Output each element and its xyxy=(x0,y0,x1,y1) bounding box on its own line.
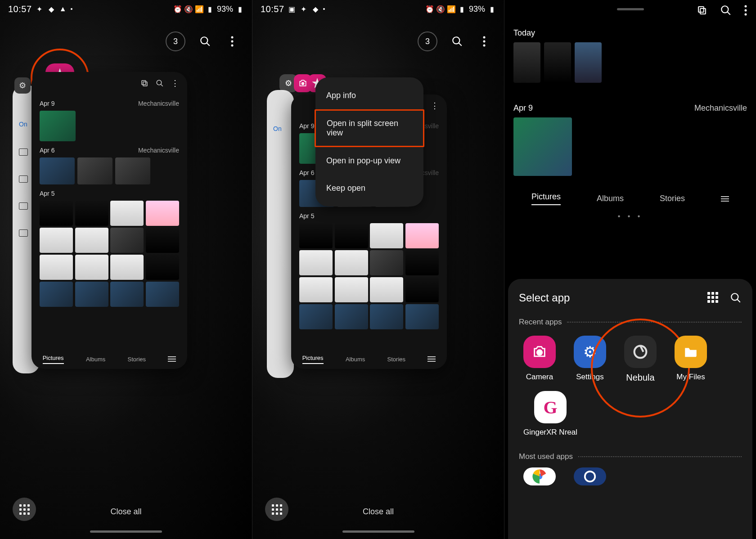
photo-thumb[interactable] xyxy=(115,157,150,184)
apps-grid-icon[interactable] xyxy=(707,292,718,304)
photo-thumb[interactable] xyxy=(335,277,368,302)
photo-thumb[interactable] xyxy=(146,201,179,226)
gesture-bar[interactable] xyxy=(342,530,414,533)
photo-thumb[interactable] xyxy=(513,42,540,83)
app-nebula[interactable]: Nebula xyxy=(624,336,657,383)
tab-stories[interactable]: Stories xyxy=(660,194,685,203)
photo-thumb[interactable] xyxy=(335,304,368,329)
photo-thumb[interactable] xyxy=(299,277,333,302)
search-icon[interactable] xyxy=(450,34,464,49)
split-divider[interactable]: • • • xyxy=(513,212,747,220)
tab-pictures[interactable]: Pictures xyxy=(302,355,324,364)
photo-thumb[interactable] xyxy=(75,282,108,307)
app-chrome[interactable] xyxy=(523,467,556,485)
app-gingerxr[interactable]: G GingerXR Nreal xyxy=(523,391,577,437)
background-card-settings[interactable]: On xyxy=(267,90,294,378)
svg-point-22 xyxy=(731,293,738,300)
svg-point-3 xyxy=(231,40,234,43)
svg-line-8 xyxy=(161,84,163,86)
photo-thumb[interactable] xyxy=(370,304,403,329)
tab-albums[interactable]: Albums xyxy=(346,356,365,363)
menu-open-popup[interactable]: Open in pop-up view xyxy=(315,147,423,175)
photo-thumb[interactable] xyxy=(299,304,333,329)
menu-icon[interactable] xyxy=(721,196,729,202)
svg-point-0 xyxy=(201,37,207,44)
tab-stories[interactable]: Stories xyxy=(387,356,405,363)
photo-thumb[interactable] xyxy=(40,255,73,280)
photo-thumb[interactable] xyxy=(75,201,108,226)
photo-thumb[interactable] xyxy=(575,42,602,83)
chrome-icon xyxy=(523,467,556,485)
photo-thumb[interactable] xyxy=(40,282,73,307)
stacked-windows-icon[interactable] xyxy=(697,5,707,16)
camera-icon xyxy=(523,336,556,368)
photo-thumb[interactable] xyxy=(77,157,112,184)
gesture-bar[interactable] xyxy=(90,530,162,533)
photo-thumb[interactable] xyxy=(40,157,75,184)
gear-icon: ⚙ xyxy=(574,336,606,368)
search-icon[interactable] xyxy=(720,4,732,16)
tab-pictures[interactable]: Pictures xyxy=(531,192,561,205)
menu-icon[interactable] xyxy=(428,356,436,362)
photo-thumb[interactable] xyxy=(146,255,179,280)
menu-keep-open[interactable]: Keep open xyxy=(315,175,423,202)
photo-thumb[interactable] xyxy=(405,250,439,275)
gallery-top-panel: Today Apr 9 Mechanicsville Pictures Albu… xyxy=(504,25,756,222)
search-icon[interactable] xyxy=(156,79,164,87)
photo-thumb[interactable] xyxy=(110,228,144,253)
app-settings[interactable]: ⚙ Settings xyxy=(574,336,606,383)
open-apps-count[interactable]: 3 xyxy=(418,31,437,51)
photo-thumb[interactable] xyxy=(40,228,73,253)
photo-thumb[interactable] xyxy=(335,250,368,275)
photo-thumb[interactable] xyxy=(146,228,179,253)
open-apps-count[interactable]: 3 xyxy=(166,31,185,51)
app-unknown[interactable] xyxy=(574,467,606,485)
photo-thumb[interactable] xyxy=(75,228,108,253)
tab-albums[interactable]: Albums xyxy=(597,194,624,203)
app-myfiles[interactable]: My Files xyxy=(675,336,707,383)
more-icon[interactable]: ⋮ xyxy=(171,78,179,88)
photo-thumb[interactable] xyxy=(405,304,439,329)
photo-thumb[interactable] xyxy=(405,277,439,302)
photo-thumb[interactable] xyxy=(513,117,572,176)
tab-pictures[interactable]: Pictures xyxy=(43,355,64,364)
photo-thumb[interactable] xyxy=(146,282,179,307)
section-date: Apr 6 xyxy=(40,147,54,154)
photo-thumb[interactable] xyxy=(370,250,403,275)
photo-thumb[interactable] xyxy=(405,223,439,248)
battery-icon: ▮ xyxy=(236,5,244,13)
more-icon[interactable]: ⋮ xyxy=(431,101,439,111)
tab-albums[interactable]: Albums xyxy=(86,356,105,363)
share-icon[interactable] xyxy=(140,79,148,87)
context-menu: App info Open in split screen view Open … xyxy=(315,77,423,207)
gallery-card[interactable]: ⋮ Apr 9Mechanicsville Apr 6Mechanicsvill… xyxy=(32,72,187,369)
mute-icon: 🔇 xyxy=(436,5,445,13)
app-camera[interactable]: Camera xyxy=(523,336,556,383)
photo-thumb[interactable] xyxy=(40,111,76,141)
bg-card-label: On xyxy=(19,121,27,128)
photo-thumb[interactable] xyxy=(75,255,108,280)
more-icon[interactable] xyxy=(225,34,239,49)
menu-app-info[interactable]: App info xyxy=(315,82,423,109)
photo-thumb[interactable] xyxy=(299,250,333,275)
photo-thumb[interactable] xyxy=(299,223,333,248)
photo-thumb[interactable] xyxy=(544,42,571,83)
search-icon[interactable] xyxy=(198,34,212,49)
photo-thumb[interactable] xyxy=(40,201,73,226)
more-icon[interactable] xyxy=(477,34,491,49)
menu-icon[interactable] xyxy=(168,356,176,362)
close-all-button[interactable]: Close all xyxy=(363,507,394,517)
photo-thumb[interactable] xyxy=(110,255,144,280)
drag-handle[interactable] xyxy=(617,8,644,10)
more-icon[interactable] xyxy=(744,5,747,16)
photo-thumb[interactable] xyxy=(370,223,403,248)
menu-open-split-screen[interactable]: Open in split screen view xyxy=(315,109,424,147)
photo-thumb[interactable] xyxy=(110,201,144,226)
photo-thumb[interactable] xyxy=(370,277,403,302)
photo-thumb[interactable] xyxy=(110,282,144,307)
section-date: Apr 9 xyxy=(513,103,533,112)
photo-thumb[interactable] xyxy=(335,223,368,248)
tab-stories[interactable]: Stories xyxy=(128,356,146,363)
close-all-button[interactable]: Close all xyxy=(110,507,141,517)
search-icon[interactable] xyxy=(730,292,742,304)
